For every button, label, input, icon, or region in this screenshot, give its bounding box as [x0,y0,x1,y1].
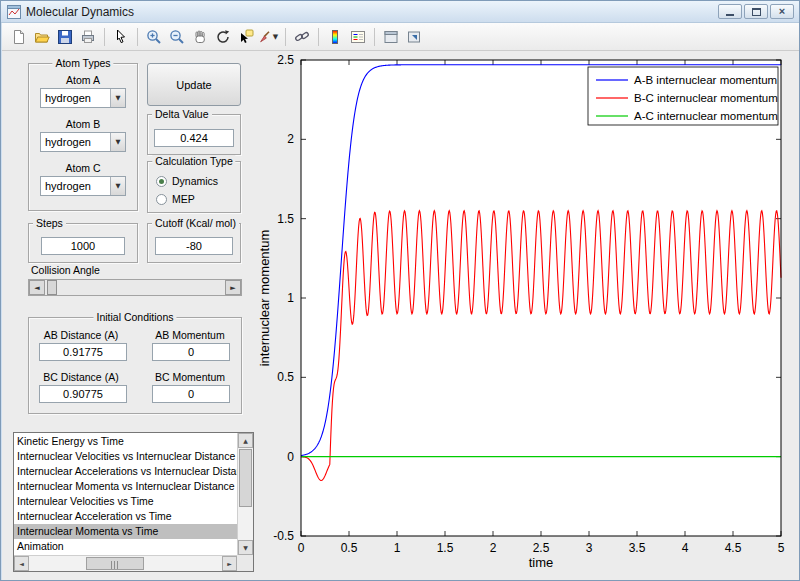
slider-thumb[interactable] [47,280,57,295]
svg-text:0.5: 0.5 [277,370,294,384]
list-item[interactable]: Animation [14,539,237,554]
pan-button[interactable] [189,26,211,48]
calculation-type-panel: Calculation Type Dynamics MEP [147,161,241,213]
svg-text:4: 4 [682,541,689,555]
maximize-icon [752,8,761,16]
scroll-up-arrow[interactable]: ▲ [238,433,253,448]
ab-momentum-field[interactable]: 0 [152,343,230,361]
toolbar-separator [104,28,105,46]
minimize-icon [726,14,734,16]
brush-dropdown-icon[interactable]: ▼ [272,33,279,41]
list-item-selected[interactable]: Internuclear Momenta vs Time [14,524,237,539]
close-button[interactable]: × [770,4,794,19]
open-file-button[interactable] [31,26,53,48]
vertical-scroll-thumb[interactable] [239,449,252,507]
collision-angle-slider[interactable]: ◄ ► [28,279,242,296]
edit-plot-button[interactable] [110,26,132,48]
print-figure-button[interactable] [77,26,99,48]
radio-mep[interactable]: MEP [156,193,195,205]
radio-dynamics-circle [156,176,167,187]
vertical-scrollbar[interactable]: ▲ ▼ [237,433,253,555]
slider-right-arrow[interactable]: ► [225,280,241,295]
brush-icon [259,29,272,45]
slider-left-arrow[interactable]: ◄ [29,280,45,295]
hide-plot-tools-icon [383,29,399,45]
atom-c-value: hydrogen [41,177,110,195]
list-item[interactable]: Internuclear Momenta vs Internuclear Dis… [14,479,237,494]
rotate-3d-icon [215,29,231,45]
atom-b-dropdown[interactable]: hydrogen ▼ [40,132,126,152]
atom-b-value: hydrogen [41,133,110,151]
atom-a-dropdown[interactable]: hydrogen ▼ [40,88,126,108]
dropdown-arrow-icon[interactable]: ▼ [110,89,125,107]
list-item[interactable]: Internuclear Accelerations vs Internucle… [14,464,237,479]
atom-types-title: Atom Types [52,57,113,69]
titlebar[interactable]: Molecular Dynamics × [1,1,799,23]
data-cursor-button[interactable] [235,26,257,48]
close-icon: × [779,6,785,17]
bc-momentum-field[interactable]: 0 [152,385,230,403]
maximize-button[interactable] [744,4,768,19]
update-button[interactable]: Update [147,63,241,106]
zoom-in-button[interactable] [143,26,165,48]
svg-text:0: 0 [287,450,294,464]
atom-a-value: hydrogen [41,89,110,107]
toolbar-separator [374,28,375,46]
window-title: Molecular Dynamics [26,5,134,19]
dock-figure-button[interactable] [403,26,425,48]
list-item[interactable]: Kinetic Energy vs Time [14,434,237,449]
radio-dynamics[interactable]: Dynamics [156,175,218,187]
list-item[interactable]: Internulear Velocities vs Time [14,494,237,509]
zoom-out-icon [169,29,185,45]
brush-button[interactable]: ▼ [258,26,280,48]
plot-legend[interactable]: A-B internuclear momentumB-C internuclea… [588,67,778,125]
axes-plot[interactable]: 00.511.522.533.544.55-0.500.511.522.5tim… [256,53,796,579]
colorbar-icon [327,29,343,45]
app-window: Molecular Dynamics × ▼ Atom Types [0,0,800,581]
atom-c-label: Atom C [29,162,137,174]
bc-distance-label: BC Distance (A) [31,371,131,383]
save-figure-button[interactable] [54,26,76,48]
horizontal-scroll-thumb[interactable] [86,557,144,570]
radio-dynamics-label: Dynamics [172,175,218,187]
radio-mep-label: MEP [172,193,195,205]
insert-legend-button[interactable] [347,26,369,48]
scroll-left-arrow[interactable]: ◄ [14,556,29,571]
svg-text:5: 5 [778,541,785,555]
cutoff-field[interactable]: -80 [155,237,233,255]
atom-a-label: Atom A [29,74,137,86]
svg-text:2: 2 [287,132,294,146]
scroll-right-arrow[interactable]: ► [222,556,237,571]
zoom-in-icon [146,29,162,45]
list-item[interactable]: Internuclear Velocities vs Internuclear … [14,449,237,464]
zoom-out-button[interactable] [166,26,188,48]
horizontal-scrollbar[interactable]: ◄ ► [14,555,237,571]
minimize-button[interactable] [718,4,742,19]
insert-colorbar-button[interactable] [324,26,346,48]
new-figure-button[interactable] [8,26,30,48]
toolbar-separator [137,28,138,46]
rotate-3d-button[interactable] [212,26,234,48]
svg-text:4.5: 4.5 [725,541,742,555]
save-disk-icon [57,29,73,45]
hide-plot-tools-button[interactable] [380,26,402,48]
svg-text:-0.5: -0.5 [273,529,294,543]
list-item[interactable]: Internuclear Acceleration vs Time [14,509,237,524]
link-plot-button[interactable] [291,26,313,48]
printer-icon [80,29,96,45]
delta-value-field[interactable]: 0.424 [154,129,234,147]
svg-text:1.5: 1.5 [437,541,454,555]
ab-distance-field[interactable]: 0.91775 [39,343,127,361]
collision-angle-label: Collision Angle [31,264,100,276]
calculation-type-title: Calculation Type [152,155,235,167]
steps-field[interactable]: 1000 [41,237,125,255]
initial-conditions-panel: Initial Conditions AB Distance (A) AB Mo… [28,317,242,414]
dropdown-arrow-icon[interactable]: ▼ [110,133,125,151]
plot-area[interactable]: 00.511.522.533.544.55-0.500.511.522.5tim… [256,53,796,579]
atom-c-dropdown[interactable]: hydrogen ▼ [40,176,126,196]
scroll-down-arrow[interactable]: ▼ [238,540,253,555]
dropdown-arrow-icon[interactable]: ▼ [110,177,125,195]
bc-distance-field[interactable]: 0.90775 [39,385,127,403]
ab-distance-label: AB Distance (A) [31,329,131,341]
new-document-icon [11,29,27,45]
